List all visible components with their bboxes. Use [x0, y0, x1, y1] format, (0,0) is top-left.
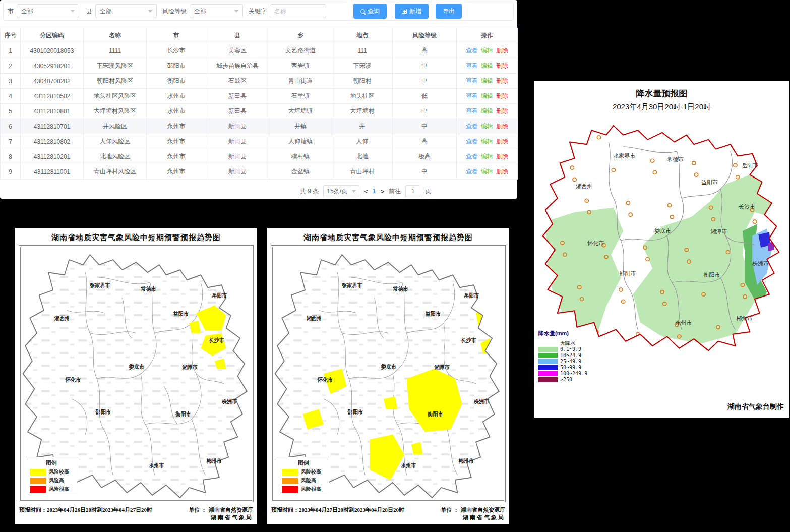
- legend-title: 图例: [282, 459, 325, 467]
- search-button[interactable]: 查询: [353, 4, 387, 19]
- delete-link[interactable]: 删除: [496, 47, 508, 54]
- view-link[interactable]: 查看: [466, 123, 478, 130]
- pagination: 共 9 条 15条/页 < 1 > 前往 页: [300, 185, 431, 198]
- view-link[interactable]: 查看: [466, 62, 478, 69]
- delete-link[interactable]: 删除: [496, 123, 508, 130]
- edit-link[interactable]: 编辑: [481, 62, 493, 69]
- map-city-label: 湘西州: [306, 315, 322, 321]
- edit-link[interactable]: 编辑: [481, 138, 493, 145]
- table-cell: 中: [393, 119, 457, 134]
- delete-link[interactable]: 删除: [496, 168, 508, 175]
- legend-label: 风险较高: [49, 468, 69, 476]
- legend-label: 10~24.9: [560, 352, 581, 358]
- keyword-input[interactable]: [270, 4, 326, 18]
- map-city-label: 怀化市: [587, 239, 604, 247]
- city-select[interactable]: 全部: [17, 4, 79, 18]
- export-button[interactable]: 导出: [436, 4, 462, 19]
- map-city-label: 衡阳市: [175, 410, 191, 417]
- actions-cell: 查看编辑删除: [457, 149, 518, 164]
- table-row[interactable]: 543112810801大坪塘村风险区永州市新田县大坪塘镇大坪塘村中查看编辑删除: [1, 104, 518, 119]
- edit-link[interactable]: 编辑: [481, 107, 493, 114]
- table-cell: 新田县: [206, 149, 269, 164]
- table-cell: 3: [1, 74, 21, 89]
- edit-link[interactable]: 编辑: [481, 123, 493, 130]
- county-select-value: 全部: [100, 7, 112, 16]
- view-link[interactable]: 查看: [466, 153, 478, 160]
- map-city-label: 益阳市: [701, 179, 718, 186]
- precip-map: 张家界市常德市岳阳市湘西州益阳市长沙市娄底市湘潭市怀化市邵阳市衡阳市株洲市永州市…: [540, 119, 784, 353]
- risk-level-select[interactable]: 全部: [190, 4, 243, 18]
- forecast-time: 预报时间：2023年04月26日20时到2023年04月27日20时: [19, 506, 189, 514]
- unit-label: 单位 ：: [189, 506, 207, 521]
- table-cell: 永州市: [147, 149, 206, 164]
- view-link[interactable]: 查看: [466, 47, 478, 54]
- map-city-label: 湘潭市: [182, 364, 198, 371]
- map-city-label: 常德市: [141, 286, 157, 292]
- view-link[interactable]: 查看: [466, 92, 478, 99]
- view-link[interactable]: 查看: [466, 77, 478, 84]
- delete-link[interactable]: 删除: [496, 153, 508, 160]
- table-row[interactable]: 343040700202朝阳村风险区衡阳市石鼓区青山街道朝阳村中查看编辑删除: [1, 74, 518, 89]
- map-city-label: 益阳市: [426, 311, 441, 317]
- table-cell: 北地风险区: [84, 149, 147, 164]
- table-cell: 中: [393, 58, 457, 74]
- view-link[interactable]: 查看: [466, 138, 478, 145]
- next-page-button[interactable]: >: [381, 188, 385, 195]
- table-cell: 43040700202: [21, 74, 84, 89]
- actions-cell: 查看编辑删除: [457, 43, 518, 58]
- legend-label: 风险高: [301, 477, 316, 484]
- table-row[interactable]: 843112810201北地风险区永州市新田县骥村镇北地极高查看编辑删除: [1, 149, 518, 164]
- edit-link[interactable]: 编辑: [481, 168, 493, 175]
- current-page[interactable]: 1: [373, 188, 376, 195]
- table-cell: 井风险区: [84, 119, 147, 134]
- table-cell: 芙蓉区: [206, 43, 269, 58]
- map-city-label: 张家界市: [613, 152, 635, 159]
- edit-link[interactable]: 编辑: [481, 153, 493, 160]
- prev-page-button[interactable]: <: [364, 188, 368, 195]
- table-row[interactable]: 243052910201下宋溪风险区邵阳市城步苗族自治县西岩镇下宋溪中查看编辑删…: [1, 58, 518, 74]
- map-city-label: 郴州市: [736, 315, 753, 322]
- table-row[interactable]: 743112810802人仰风险区永州市新田县人仰塘镇人仰高查看编辑删除: [1, 134, 518, 149]
- legend-swatch: [538, 353, 558, 358]
- legend-swatch: [282, 478, 298, 484]
- col-header: 地点: [332, 28, 393, 43]
- risk-trend-map-panel-1: 湖南省地质灾害气象风险中短期预警预报趋势图: [15, 228, 257, 524]
- table-row[interactable]: 643112810701井风险区永州市新田县井镇井中查看编辑删除: [1, 119, 518, 134]
- table-row[interactable]: 143010200180531111长沙市芙蓉区文艺路街道111高查看编辑删除: [1, 43, 518, 58]
- delete-link[interactable]: 删除: [496, 107, 508, 114]
- map-legend: 图例 风险较高风险高风险很高: [278, 457, 329, 496]
- desktop: 市 全部 县 全部 风险等级 全部 关键字 查询 新增: [0, 0, 790, 532]
- table-cell: 43112810701: [21, 119, 84, 134]
- delete-link[interactable]: 删除: [496, 92, 508, 99]
- delete-link[interactable]: 删除: [496, 62, 508, 69]
- edit-link[interactable]: 编辑: [481, 47, 493, 54]
- page-size-select[interactable]: 15条/页: [323, 185, 359, 197]
- col-header: 操作: [457, 28, 518, 43]
- table-row[interactable]: 443112810502地头社区风险区永州市新田县石羊镇地头社区低查看编辑删除: [1, 89, 518, 104]
- edit-link[interactable]: 编辑: [481, 77, 493, 84]
- map-city-label: 怀化市: [65, 376, 81, 383]
- delete-link[interactable]: 删除: [496, 77, 508, 84]
- delete-link[interactable]: 删除: [496, 138, 508, 145]
- legend-item: 风险较高: [30, 468, 73, 476]
- table-cell: 骥村镇: [269, 149, 332, 164]
- table-cell: 石鼓区: [206, 74, 269, 89]
- table-cell: 邵阳市: [147, 58, 206, 74]
- table-cell: 新田县: [206, 164, 269, 180]
- view-link[interactable]: 查看: [466, 168, 478, 175]
- county-select[interactable]: 全部: [95, 4, 157, 18]
- risk-zone-table: 序号 分区编码 名称 市 县 乡 地点 风险等级 操作 143010200180…: [0, 28, 518, 180]
- table-cell: 朝阳村: [332, 74, 393, 89]
- add-button[interactable]: 新增: [395, 4, 429, 19]
- table-cell: 43112810801: [21, 104, 84, 119]
- view-link[interactable]: 查看: [466, 107, 478, 114]
- table-row[interactable]: 943112811001青山坪村风险区永州市新田县金盆镇青山坪村中查看编辑删除: [1, 164, 518, 180]
- goto-page-input[interactable]: [405, 185, 420, 197]
- map-city-label: 株洲市: [752, 259, 769, 267]
- legend-item: 风险较高: [282, 468, 325, 476]
- edit-link[interactable]: 编辑: [481, 92, 493, 99]
- map-credit: 湖南省气象台制作: [727, 402, 784, 411]
- table-cell: 青山街道: [269, 74, 332, 89]
- legend-items: 风险较高风险高风险很高: [282, 468, 325, 493]
- map-city-label: 益阳市: [173, 311, 189, 317]
